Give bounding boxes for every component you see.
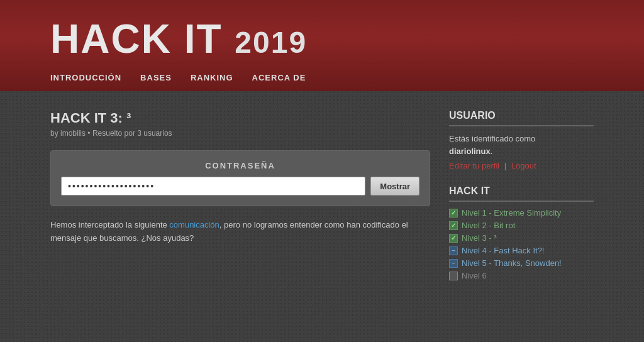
nav-intro[interactable]: INTRODUCCIÓN [50, 73, 121, 82]
content-area: HACK IT 3: ³ by imobilis • Resuelto por … [50, 110, 449, 284]
show-password-button[interactable]: Mostrar [370, 177, 419, 196]
level-checkbox-2 [449, 221, 458, 230]
level-link-6: Nivel 6 [462, 271, 487, 280]
main-nav: INTRODUCCIÓNBASESRANKINGACERCA DE [50, 64, 594, 91]
level-item: Nivel 1 - Extreme Simplicity [449, 208, 594, 218]
challenge-description: Hemos interceptado la siguiente comunica… [50, 219, 430, 245]
level-checkbox-3 [449, 234, 458, 243]
logout-link[interactable]: Logout [511, 161, 536, 170]
level-checkbox-1 [449, 209, 458, 218]
level-checkbox-4 [449, 246, 458, 255]
challenge-meta: by imobilis • Resuelto por 3 usuarios [50, 129, 430, 138]
password-input[interactable] [61, 177, 365, 196]
hack-it-section: HACK IT Nivel 1 - Extreme SimplicityNive… [449, 185, 594, 280]
challenge-title: HACK IT 3: ³ [50, 110, 430, 126]
level-checkbox-5 [449, 259, 458, 268]
username: diariolinux [449, 146, 491, 156]
level-item: Nivel 4 - Fast Hack It?! [449, 246, 594, 255]
description-text-1: Hemos interceptado la siguiente [50, 220, 169, 229]
user-section-title: USUARIO [449, 110, 594, 126]
hack-it-section-title: HACK IT [449, 185, 594, 202]
password-container: CONTRASEÑA Mostrar [50, 150, 430, 206]
communication-link[interactable]: comunicación [169, 220, 219, 229]
level-list: Nivel 1 - Extreme SimplicityNivel 2 - Bi… [449, 208, 594, 280]
user-info: Estás identificado como diariolinux. [449, 133, 594, 157]
user-info-line1: Estás identificado como [449, 134, 535, 143]
title-year: 2019 [235, 26, 307, 59]
level-checkbox-6 [449, 272, 458, 280]
level-item: Nivel 2 - Bit rot [449, 221, 594, 230]
user-section: USUARIO Estás identificado como diarioli… [449, 110, 594, 170]
level-link-5[interactable]: Nivel 5 - Thanks, Snowden! [462, 258, 562, 268]
level-item: Nivel 6 [449, 271, 594, 280]
site-title: HACK IT 2019 [50, 13, 594, 59]
header: HACK IT 2019 INTRODUCCIÓNBASESRANKINGACE… [0, 0, 644, 91]
level-link-1[interactable]: Nivel 1 - Extreme Simplicity [462, 208, 561, 218]
separator: | [504, 161, 506, 170]
edit-profile-link[interactable]: Editar tu perfil [449, 161, 499, 170]
password-input-row: Mostrar [61, 177, 419, 196]
level-link-2[interactable]: Nivel 2 - Bit rot [462, 221, 515, 230]
main-wrapper: HACK IT 3: ³ by imobilis • Resuelto por … [0, 91, 644, 302]
sidebar: USUARIO Estás identificado como diarioli… [449, 110, 594, 284]
title-text: HACK IT [50, 16, 223, 62]
level-item: Nivel 3 - ³ [449, 233, 594, 243]
password-label: CONTRASEÑA [61, 161, 419, 170]
user-actions: Editar tu perfil | Logout [449, 161, 594, 170]
level-link-3[interactable]: Nivel 3 - ³ [462, 233, 497, 243]
nav-ranking[interactable]: RANKING [191, 73, 233, 82]
nav-about[interactable]: ACERCA DE [252, 73, 306, 82]
level-item: Nivel 5 - Thanks, Snowden! [449, 258, 594, 268]
nav-bases[interactable]: BASES [140, 73, 172, 82]
level-link-4[interactable]: Nivel 4 - Fast Hack It?! [462, 246, 544, 255]
